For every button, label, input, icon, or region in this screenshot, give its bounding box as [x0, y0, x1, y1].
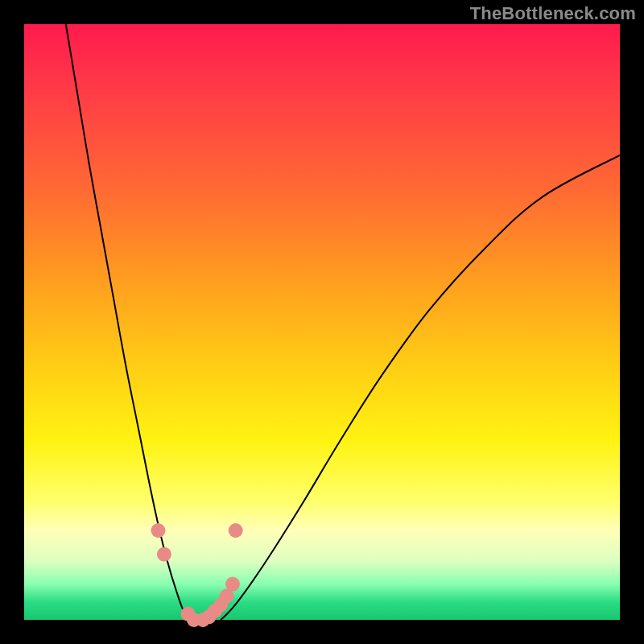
data-marker	[157, 547, 171, 562]
curve-right-branch	[221, 155, 620, 620]
curve-left-branch	[66, 24, 194, 620]
data-marker	[229, 523, 243, 538]
data-marker	[225, 577, 240, 592]
chart-frame: TheBottleneck.com	[0, 0, 644, 644]
data-marker	[151, 523, 166, 538]
chart-svg	[24, 24, 620, 620]
watermark-text: TheBottleneck.com	[470, 3, 636, 24]
